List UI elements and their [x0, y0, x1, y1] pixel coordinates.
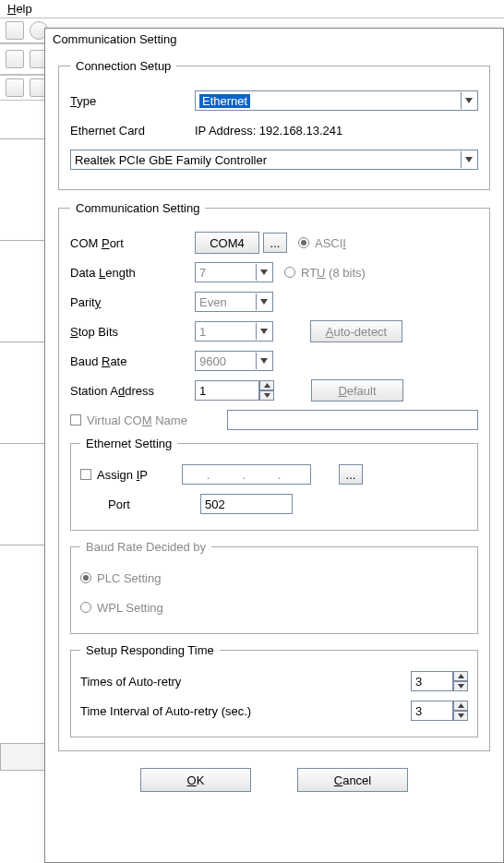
svg-marker-5	[260, 358, 268, 364]
rtu-label: RTU (8 bits)	[301, 266, 366, 280]
setup-responding-time-group: Setup Responding Time Times of Auto-retr…	[70, 643, 478, 737]
auto-detect-button: Auto-detect	[310, 320, 402, 342]
type-value: Ethernet	[199, 94, 250, 108]
ethernet-setting-legend: Ethernet Setting	[80, 437, 177, 450]
communication-setting-legend: Communication Setting	[70, 201, 205, 215]
stop-bits-value: 1	[199, 325, 206, 339]
stop-bits-label: Stop Bits	[70, 325, 195, 339]
radio-icon	[80, 602, 91, 613]
retry-interval-label: Time Interval of Auto-retry (sec.)	[80, 704, 411, 718]
chevron-down-icon	[256, 264, 270, 281]
svg-marker-8	[458, 674, 464, 678]
toolbar-button[interactable]	[6, 50, 24, 68]
assign-ip-label: Assign IP	[97, 468, 148, 482]
svg-marker-7	[264, 393, 270, 398]
spin-up-icon[interactable]	[453, 671, 468, 681]
chevron-down-icon	[256, 353, 270, 369]
chevron-down-icon	[256, 294, 270, 310]
virtual-com-label: Virtual COM Name	[87, 414, 187, 427]
communication-setting-group: Communication Setting COM Port COM4 ... …	[58, 201, 490, 751]
data-length-value: 7	[199, 266, 206, 280]
plc-setting-radio: PLC Setting	[80, 571, 161, 585]
ethernet-card-label: Ethernet Card	[70, 124, 195, 138]
status-strip	[0, 743, 46, 771]
checkbox-icon	[70, 414, 81, 426]
baud-rate-label: Baud Rate	[70, 354, 195, 368]
chevron-down-icon	[256, 323, 270, 340]
spin-down-icon[interactable]	[453, 711, 468, 721]
radio-icon	[284, 267, 295, 278]
type-label: Type	[70, 94, 195, 108]
parity-label: Parity	[70, 295, 195, 309]
retry-times-label: Times of Auto-retry	[80, 675, 411, 689]
cancel-button[interactable]: Cancel	[297, 768, 408, 792]
ok-button[interactable]: OK	[140, 768, 251, 792]
ip-address-label: IP Address: 192.168.13.241	[195, 124, 342, 138]
plc-setting-label: PLC Setting	[97, 571, 161, 585]
svg-marker-4	[260, 329, 268, 334]
retry-interval-spin[interactable]	[411, 701, 468, 721]
com-port-label: COM Port	[70, 236, 195, 250]
baud-rate-decided-group: Baud Rate Decided by PLC Setting WPL Set…	[70, 540, 478, 634]
stop-bits-select: 1	[195, 321, 273, 342]
type-select[interactable]: Ethernet	[195, 90, 478, 111]
radio-icon	[80, 572, 91, 583]
ethernet-card-select[interactable]: Realtek PCIe GbE Family Controller	[70, 150, 478, 170]
ethernet-setting-group: Ethernet Setting Assign IP ... Port	[70, 437, 478, 531]
ascii-radio: ASCII	[298, 236, 346, 250]
station-address-label: Station Address	[70, 384, 195, 398]
svg-marker-11	[458, 713, 464, 718]
baud-rate-select: 9600	[195, 351, 273, 371]
com-port-browse-button[interactable]: ...	[263, 233, 287, 253]
ascii-label: ASCII	[315, 236, 346, 250]
baud-rate-decided-legend: Baud Rate Decided by	[80, 540, 211, 554]
port-label: Port	[80, 497, 200, 511]
svg-marker-1	[465, 157, 473, 162]
chevron-down-icon	[461, 92, 475, 109]
assign-ip-checkbox[interactable]: Assign IP	[80, 468, 182, 482]
parity-select: Even	[195, 292, 273, 312]
station-address-input[interactable]	[195, 380, 259, 401]
svg-marker-3	[260, 299, 268, 305]
connection-setup-group: Connection Setup Type Ethernet Ethernet …	[58, 59, 490, 190]
radio-icon	[298, 237, 309, 248]
station-address-spin[interactable]	[195, 380, 274, 401]
retry-times-spin[interactable]	[411, 671, 468, 691]
spin-down-icon[interactable]	[259, 390, 274, 401]
baud-rate-value: 9600	[199, 354, 226, 368]
communication-setting-dialog: Communication Setting Connection Setup T…	[44, 28, 504, 863]
checkbox-icon	[80, 469, 91, 480]
svg-marker-2	[260, 270, 268, 275]
ip-browse-button[interactable]: ...	[339, 464, 363, 485]
toolbar-button[interactable]	[6, 78, 24, 97]
default-button: Default	[311, 379, 403, 402]
ethernet-card-value: Realtek PCIe GbE Family Controller	[75, 153, 267, 167]
ip-input[interactable]	[182, 464, 311, 485]
wpl-setting-label: WPL Setting	[97, 601, 163, 615]
chevron-down-icon	[461, 151, 475, 168]
rtu-radio: RTU (8 bits)	[284, 266, 366, 280]
parity-value: Even	[199, 295, 227, 309]
virtual-com-checkbox: Virtual COM Name	[70, 414, 227, 427]
connection-setup-legend: Connection Setup	[70, 59, 176, 73]
spin-up-icon[interactable]	[453, 701, 468, 711]
retry-interval-input[interactable]	[411, 701, 453, 721]
wpl-setting-radio: WPL Setting	[80, 601, 163, 615]
com-port-button[interactable]: COM4	[195, 232, 259, 254]
retry-times-input[interactable]	[411, 671, 453, 691]
menu-help[interactable]: Help	[0, 0, 504, 18]
spin-up-icon[interactable]	[259, 380, 274, 390]
svg-marker-9	[458, 684, 464, 689]
dialog-title: Communication Setting	[45, 29, 503, 50]
svg-marker-6	[264, 383, 270, 388]
data-length-label: Data Length	[70, 266, 195, 280]
toolbar-button[interactable]	[6, 21, 24, 40]
port-input[interactable]	[200, 494, 293, 514]
setup-responding-time-legend: Setup Responding Time	[80, 643, 220, 657]
svg-marker-10	[458, 703, 464, 708]
data-length-select: 7	[195, 262, 273, 282]
virtual-com-input	[227, 410, 478, 430]
svg-marker-0	[465, 98, 473, 103]
spin-down-icon[interactable]	[453, 681, 468, 691]
